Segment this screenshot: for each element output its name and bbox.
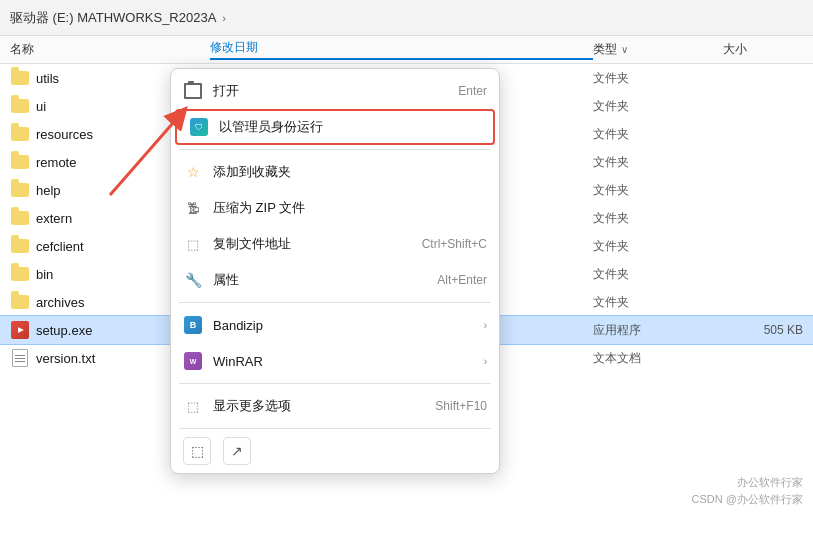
menu-label-open: 打开 (213, 82, 448, 100)
bandizip-icon: B (183, 315, 203, 335)
watermark: 办公软件行家 CSDN @办公软件行家 (692, 474, 803, 507)
separator-4 (179, 428, 491, 429)
file-type: 文件夹 (593, 266, 723, 283)
menu-label-run-admin: 以管理员身份运行 (219, 118, 481, 136)
open-icon (183, 81, 203, 101)
folder-icon (10, 152, 30, 172)
txt-icon (10, 348, 30, 368)
admin-icon: 🛡 (189, 117, 209, 137)
file-type: 文件夹 (593, 210, 723, 227)
menu-shortcut-copy-path: Ctrl+Shift+C (422, 237, 487, 251)
zip-icon: 🗜 (183, 198, 203, 218)
separator-2 (179, 302, 491, 303)
menu-item-open[interactable]: 打开 Enter (171, 73, 499, 109)
file-type: 文件夹 (593, 98, 723, 115)
exe-icon: ▶ (10, 320, 30, 340)
menu-label-properties: 属性 (213, 271, 427, 289)
folder-icon (10, 68, 30, 88)
copy-icon: ⬚ (183, 234, 203, 254)
winrar-icon: W (183, 351, 203, 371)
menu-item-winrar[interactable]: W WinRAR › (171, 343, 499, 379)
menu-item-add-favorite[interactable]: ☆ 添加到收藏夹 (171, 154, 499, 190)
menu-item-compress-zip[interactable]: 🗜 压缩为 ZIP 文件 (171, 190, 499, 226)
menu-item-run-admin[interactable]: 🛡 以管理员身份运行 (175, 109, 495, 145)
file-type: 文件夹 (593, 294, 723, 311)
menu-item-copy-path[interactable]: ⬚ 复制文件地址 Ctrl+Shift+C (171, 226, 499, 262)
col-date-header[interactable]: 修改日期 (210, 39, 593, 60)
properties-icon: 🔧 (183, 270, 203, 290)
folder-icon (10, 124, 30, 144)
folder-icon (10, 264, 30, 284)
menu-label-add-favorite: 添加到收藏夹 (213, 163, 487, 181)
menu-shortcut-properties: Alt+Enter (437, 273, 487, 287)
col-type-header[interactable]: 类型 ∨ (593, 41, 723, 58)
watermark-line1: 办公软件行家 (692, 474, 803, 491)
file-type: 文本文档 (593, 350, 723, 367)
file-type: 应用程序 (593, 322, 723, 339)
folder-icon (10, 292, 30, 312)
menu-label-compress-zip: 压缩为 ZIP 文件 (213, 199, 487, 217)
column-headers: 名称 修改日期 类型 ∨ 大小 (0, 36, 813, 64)
share-bottom-icon[interactable]: ↗ (223, 437, 251, 465)
menu-item-more-options[interactable]: ⬚ 显示更多选项 Shift+F10 (171, 388, 499, 424)
menu-label-copy-path: 复制文件地址 (213, 235, 412, 253)
more-options-icon: ⬚ (183, 396, 203, 416)
separator-3 (179, 383, 491, 384)
col-name-header[interactable]: 名称 (10, 41, 210, 58)
address-bar: 驱动器 (E:) MATHWORKS_R2023A › (0, 0, 813, 36)
sort-arrow-icon: ∨ (621, 44, 628, 55)
folder-icon (10, 96, 30, 116)
address-arrow: › (222, 12, 226, 24)
submenu-arrow-winrar: › (484, 356, 487, 367)
folder-icon (10, 208, 30, 228)
menu-item-properties[interactable]: 🔧 属性 Alt+Enter (171, 262, 499, 298)
file-type: 文件夹 (593, 126, 723, 143)
star-icon: ☆ (183, 162, 203, 182)
file-type: 文件夹 (593, 182, 723, 199)
watermark-line2: CSDN @办公软件行家 (692, 491, 803, 508)
col-size-header[interactable]: 大小 (723, 41, 803, 58)
folder-icon (10, 180, 30, 200)
submenu-arrow-bandizip: › (484, 320, 487, 331)
file-type: 文件夹 (593, 154, 723, 171)
menu-item-bandizip[interactable]: B Bandizip › (171, 307, 499, 343)
file-type: 文件夹 (593, 70, 723, 87)
file-type: 文件夹 (593, 238, 723, 255)
address-text: 驱动器 (E:) MATHWORKS_R2023A (10, 9, 216, 27)
separator-1 (179, 149, 491, 150)
menu-label-winrar: WinRAR (213, 354, 474, 369)
copy-bottom-icon[interactable]: ⬚ (183, 437, 211, 465)
context-menu: 打开 Enter 🛡 以管理员身份运行 ☆ 添加到收藏夹 🗜 压缩为 ZIP 文… (170, 68, 500, 474)
file-size: 505 KB (723, 323, 803, 337)
menu-label-bandizip: Bandizip (213, 318, 474, 333)
menu-label-more-options: 显示更多选项 (213, 397, 425, 415)
folder-icon (10, 236, 30, 256)
menu-shortcut-open: Enter (458, 84, 487, 98)
menu-shortcut-more-options: Shift+F10 (435, 399, 487, 413)
menu-bottom-row: ⬚ ↗ (171, 433, 499, 469)
